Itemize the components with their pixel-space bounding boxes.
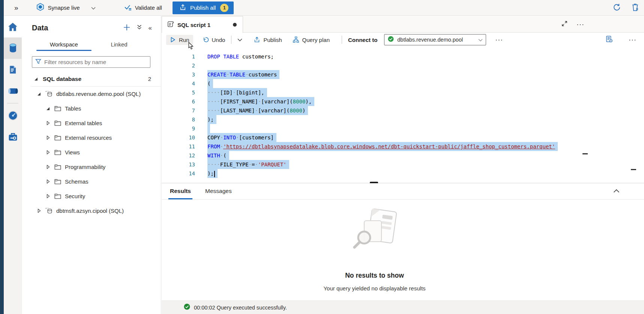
top-command-bar: » Synapse live Validate all Publish all …	[4, 0, 644, 16]
validate-all-button[interactable]: Validate all	[124, 3, 162, 13]
tab-title: SQL script 1	[177, 22, 210, 28]
expander-closed-icon[interactable]	[45, 121, 51, 125]
code-text-selected: CREATE·TABLE·customers	[207, 70, 279, 79]
expander-closed-icon[interactable]	[45, 194, 51, 198]
add-resource-icon[interactable]	[123, 24, 130, 32]
left-nav-rail	[4, 16, 22, 314]
expand-nav-icon[interactable]: »	[14, 4, 18, 12]
environment-selector[interactable]: Synapse live	[36, 3, 96, 13]
undo-button[interactable]: Undo	[198, 34, 229, 45]
collapse-panel-icon[interactable]: «	[149, 24, 152, 32]
expander-closed-icon[interactable]	[45, 136, 51, 140]
code-line[interactable]: 11FROM·'https://dbtlabsynapsedatalake.bl…	[162, 142, 644, 151]
sql-code-editor[interactable]: 1DROP TABLE customers;23CREATE·TABLE·cus…	[162, 46, 644, 183]
filter-resources-box[interactable]	[32, 56, 150, 68]
line-number: 10	[162, 133, 195, 142]
properties-icon[interactable]	[605, 35, 613, 44]
tree-item[interactable]: External tables	[22, 116, 161, 130]
folder-icon	[54, 164, 61, 170]
query-plan-icon	[293, 36, 299, 43]
tree-item[interactable]: Views	[22, 145, 161, 160]
tab-linked[interactable]: Linked	[92, 38, 147, 51]
tree-item[interactable]: Schemas	[22, 174, 161, 189]
code-line[interactable]: 10COPY·INTO·[customers]	[162, 133, 644, 142]
expander-open-icon	[37, 92, 41, 96]
tree-item-label: Security	[65, 193, 85, 199]
code-line[interactable]: 13····FILE_TYPE·=·'PARQUET'	[162, 160, 644, 169]
code-text-selected: FROM·'https://dbtlabsynapsedatalake.blob…	[207, 142, 558, 151]
expander-closed-icon[interactable]	[36, 209, 42, 213]
tree-item[interactable]: SQL database2	[22, 72, 161, 86]
tree-item[interactable]: Security	[22, 189, 161, 203]
tab-results[interactable]: Results	[168, 188, 192, 199]
nav-home[interactable]	[4, 16, 22, 37]
code-line[interactable]: 6····[FIRST_NAME]·[varchar](8000),	[162, 97, 644, 106]
nav-monitor[interactable]	[4, 105, 22, 126]
publish-all-label: Publish all	[190, 4, 216, 11]
publish-all-button[interactable]: Publish all 1	[173, 1, 234, 14]
pool-selector-value: dbtlabs.revenue.demo.pool	[397, 37, 463, 43]
expander-open-icon[interactable]	[45, 107, 51, 111]
tab-workspace[interactable]: Workspace	[36, 38, 92, 51]
pool-selector-dropdown[interactable]: dbtlabs.revenue.demo.pool	[384, 34, 486, 45]
run-button[interactable]: Run	[166, 35, 193, 45]
code-text-selected: ····[LAST_NAME]·[varchar](8000)	[207, 106, 308, 115]
tab-more-actions-icon[interactable]: ···	[576, 22, 584, 26]
tree-item[interactable]: External resources	[22, 130, 161, 145]
validate-check-icon	[124, 3, 132, 13]
rail-divider	[7, 103, 18, 103]
expander-open-icon[interactable]	[36, 92, 42, 96]
tab-sql-script-1[interactable]: SQL script 1	[162, 16, 243, 33]
expander-closed-icon	[46, 165, 50, 169]
code-line[interactable]: 2	[162, 61, 644, 70]
tree-item-label: Programmability	[65, 164, 105, 170]
run-options-chevron[interactable]	[234, 36, 246, 43]
code-text-selected	[207, 124, 210, 133]
code-line[interactable]: 4(	[162, 79, 644, 88]
query-status-bar: 00:00:02 Query executed successfully.	[162, 301, 644, 314]
tab-messages[interactable]: Messages	[204, 188, 233, 199]
code-text-selected: ····[FIRST_NAME]·[varchar](8000),	[207, 97, 314, 106]
nav-data[interactable]	[4, 37, 22, 59]
nav-integrate[interactable]	[4, 80, 22, 102]
tree-item[interactable]: Programmability	[22, 160, 161, 174]
data-explorer-panel: Data « Workspace Linked SQL database2dbt…	[22, 16, 161, 314]
tree-item-label: External tables	[65, 120, 102, 126]
code-line[interactable]: 1DROP TABLE customers;	[162, 52, 644, 61]
collapse-results-chevron-icon[interactable]	[613, 188, 620, 194]
left-edge-strip	[0, 0, 4, 314]
publish-button[interactable]: Publish	[250, 34, 285, 45]
tree-item-label: dbtlabs.revenue.demo.pool (SQL)	[56, 91, 141, 97]
editor-more-actions-icon[interactable]: ···	[629, 38, 636, 42]
tree-item[interactable]: dbtlabs.revenue.demo.pool (SQL)	[22, 87, 161, 101]
tree-item[interactable]: dbtmsft.azsyn.cipool (SQL)	[22, 203, 161, 218]
nav-develop[interactable]	[4, 59, 22, 80]
chevron-down-icon[interactable]	[91, 4, 96, 11]
scrollbar-cursor-mark	[631, 169, 636, 170]
discard-trash-icon[interactable]	[631, 3, 639, 13]
code-line[interactable]: 7····[LAST_NAME]·[varchar](8000)	[162, 106, 644, 115]
code-line[interactable]: 3CREATE·TABLE·customers	[162, 70, 644, 79]
expander-closed-icon[interactable]	[45, 150, 51, 154]
nav-manage[interactable]	[4, 126, 22, 148]
filter-resources-input[interactable]	[44, 59, 142, 65]
expander-closed-icon[interactable]	[45, 165, 51, 169]
code-line[interactable]: 12WITH·(	[162, 151, 644, 160]
query-plan-button[interactable]: Query plan	[289, 34, 333, 45]
environment-label: Synapse live	[48, 4, 80, 11]
collapse-all-icon[interactable]	[137, 24, 142, 31]
expand-editor-icon[interactable]	[561, 21, 567, 28]
refresh-icon[interactable]	[612, 3, 621, 13]
line-number: 9	[162, 124, 195, 133]
tree-item[interactable]: Tables	[22, 101, 161, 116]
tree-item-label: Tables	[65, 105, 81, 112]
expander-closed-icon[interactable]	[45, 179, 51, 184]
code-line[interactable]: 9	[162, 124, 644, 133]
code-line[interactable]: 5····[ID]·[bigint],	[162, 88, 644, 97]
expander-open-icon[interactable]	[33, 77, 39, 81]
code-line[interactable]: 14);	[162, 169, 644, 178]
code-text-selected: WITH·(	[207, 151, 229, 160]
code-line[interactable]: 8);	[162, 115, 644, 124]
line-number: 1	[162, 52, 195, 61]
toolbar-more-actions-icon[interactable]: ···	[495, 38, 503, 42]
